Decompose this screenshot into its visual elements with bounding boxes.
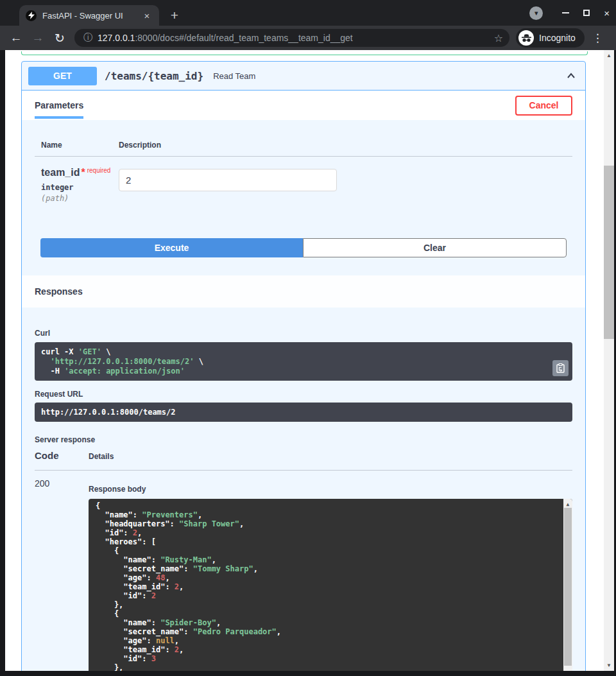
previous-opblock-edge [21,51,588,55]
parameters-header-row: Parameters Cancel [22,91,585,120]
server-response-table-head: Code Details [35,450,572,471]
curl-label: Curl [35,329,50,338]
url-bar[interactable]: ⓘ 127.0.0.1:8000/docs#/default/read_team… [74,29,509,47]
page-scroll-down-icon[interactable]: ▼ [604,663,614,668]
copy-to-clipboard-button[interactable] [552,360,569,376]
response-body-json: { "name": "Preventers", "headquarters": … [96,501,557,671]
request-url-label: Request URL [35,390,572,399]
parameter-value-cell [119,167,337,203]
url-host: 127.0.0.1 [98,33,135,43]
bookmark-star-icon[interactable]: ☆ [494,32,503,44]
curl-command: curl -X 'GET' \ 'http://127.0.0.1:8000/t… [41,347,566,376]
details-column-header: Details [89,452,114,461]
clipboard-icon [556,363,565,373]
url-text: 127.0.0.1:8000/docs#/default/read_team_t… [98,33,489,43]
opblock-summary[interactable]: GET /teams/{team_id} Read Team [22,62,585,91]
opblock-get-read-team: GET /teams/{team_id} Read Team Parameter… [21,61,586,671]
parameter-location: (path) [41,194,119,203]
page-scrollbar[interactable]: ▲ ▼ [604,50,614,671]
caret-circle-button[interactable]: ▾ [529,6,543,20]
operation-path: /teams/{team_id} [105,70,203,82]
maximize-button[interactable] [583,10,590,16]
parameter-name-cell: team_id*required integer (path) [41,167,119,203]
request-url-box: http://127.0.0.1:8000/teams/2 [35,403,572,422]
column-description-header: Description [119,141,161,150]
response-body-box[interactable]: { "name": "Preventers", "headquarters": … [89,499,572,671]
status-code: 200 [35,478,89,671]
curl-command-box[interactable]: curl -X 'GET' \ 'http://127.0.0.1:8000/t… [35,342,572,381]
cancel-button[interactable]: Cancel [515,96,572,116]
page-scrollbar-thumb[interactable] [604,166,614,339]
tab-title: FastAPI - Swagger UI [42,11,141,21]
tab-parameters-label: Parameters [35,100,83,110]
column-name-header: Name [41,141,119,150]
team-id-input[interactable] [119,169,337,191]
tab-strip: FastAPI - Swagger UI × + ▾ × [0,0,616,26]
response-scrollbar-thumb[interactable] [564,508,572,666]
responses-section-header: Responses [22,275,585,308]
reload-button[interactable]: ↻ [49,31,71,46]
site-info-icon[interactable]: ⓘ [83,32,92,44]
minimize-button[interactable] [562,12,569,13]
incognito-icon [518,30,534,46]
page-scroll-up-icon[interactable]: ▲ [604,53,614,58]
tab-close-icon[interactable]: × [141,10,153,21]
incognito-label: Incognito [539,33,576,43]
clear-button[interactable]: Clear [303,238,567,257]
execute-button[interactable]: Execute [40,238,303,257]
browser-tab[interactable]: FastAPI - Swagger UI × [19,5,159,26]
execute-row: Execute Clear [40,238,567,257]
chevron-up-icon[interactable] [563,68,579,83]
fastapi-favicon-icon [26,10,37,21]
server-response-row: 200 Response body { "name": "Preventers"… [35,471,572,671]
parameters-section: Name Description team_id*required intege… [22,120,585,257]
required-asterisk: * [81,167,85,178]
parameters-table-head: Name Description [35,120,572,157]
swagger-page: GET /teams/{team_id} Read Team Parameter… [5,50,604,671]
required-label: required [87,167,111,174]
operation-summary: Read Team [213,71,563,81]
parameter-type: integer [41,183,119,192]
forward-button[interactable]: → [27,31,49,45]
close-window-button[interactable]: × [604,8,610,19]
new-tab-button[interactable]: + [166,6,184,24]
responses-title: Responses [35,286,83,297]
method-badge: GET [28,67,97,85]
tab-parameters[interactable]: Parameters [35,91,83,120]
back-button[interactable]: ← [5,31,27,45]
response-body-scrollbar[interactable]: ▲ [563,499,572,671]
parameter-row: team_id*required integer (path) [35,157,572,203]
response-body-label: Response body [89,485,572,494]
responses-section: Curl curl -X 'GET' \ 'http://127.0.0.1:8… [22,308,585,671]
window-controls: ▾ × [529,0,610,26]
active-tab-underline [35,116,83,119]
browser-menu-icon[interactable]: ⋮ [592,31,603,45]
parameter-name: team_id [41,167,80,178]
url-path: :8000/docs#/default/read_team_teams__tea… [135,33,352,43]
incognito-badge: Incognito [516,28,585,48]
code-column-header: Code [35,450,89,461]
server-response-label: Server response [35,435,572,444]
browser-toolbar: ← → ↻ ⓘ 127.0.0.1:8000/docs#/default/rea… [0,26,616,50]
request-url-value: http://127.0.0.1:8000/teams/2 [41,408,176,417]
response-details-cell: Response body { "name": "Preventers", "h… [89,478,572,671]
